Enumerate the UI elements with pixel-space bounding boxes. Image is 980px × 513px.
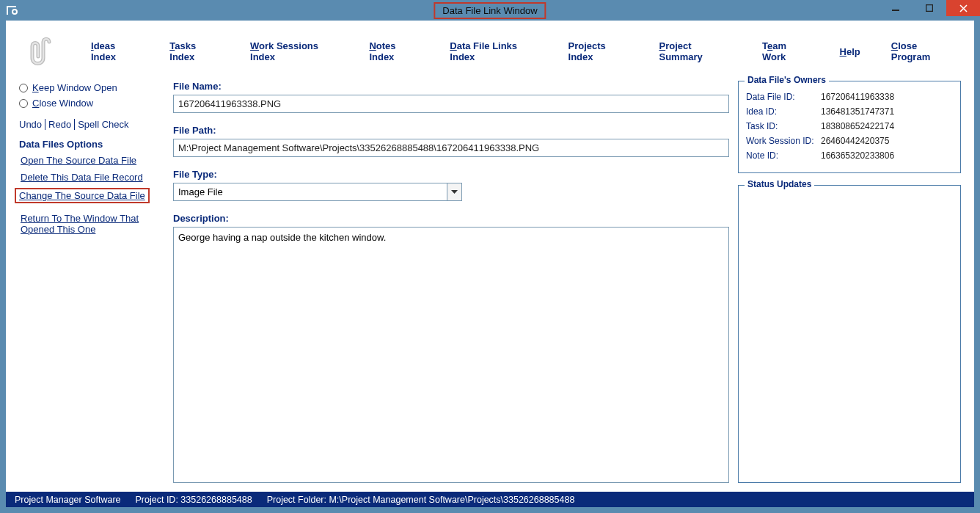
open-source-link[interactable]: Open The Source Data File: [19, 154, 164, 167]
paperclip-logo-icon: [23, 35, 60, 68]
description-label: Description:: [173, 213, 729, 224]
owner-row-work-session: Work Session ID: 26460442420375: [746, 136, 953, 146]
svg-rect-1: [892, 10, 899, 11]
nav-help[interactable]: Help: [840, 46, 860, 57]
window-title: Data File Link Window: [434, 2, 546, 19]
owner-val: 166365320233806: [821, 150, 894, 161]
svg-rect-2: [926, 5, 933, 12]
data-files-options-title: Data Files Options: [19, 139, 164, 150]
close-window-radio[interactable]: Close Window: [19, 98, 164, 109]
app-icon: [6, 4, 18, 16]
nav-work-sessions-index[interactable]: Work Sessions Index: [250, 40, 338, 62]
owner-val: 167206411963338: [821, 92, 894, 102]
main-form: File Name: File Path: File Type: Image F…: [173, 81, 729, 483]
nav-tasks-index[interactable]: Tasks Index: [169, 40, 219, 62]
owner-row-task: Task ID: 183808652422174: [746, 121, 953, 131]
file-path-input[interactable]: [173, 139, 729, 157]
maximize-button[interactable]: [913, 0, 946, 16]
undo-link[interactable]: Undo: [19, 119, 45, 130]
delete-record-link[interactable]: Delete This Data File Record: [19, 171, 164, 183]
file-name-input[interactable]: [173, 95, 729, 113]
sidebar: Keep Window Open Close Window UndoRedoSp…: [19, 81, 164, 483]
owner-val: 183808652422174: [821, 121, 894, 131]
nav-data-file-links-index[interactable]: Data File Links Index: [450, 40, 537, 62]
file-type-label: File Type:: [173, 169, 729, 180]
statusbar: Project Manager Software Project ID: 335…: [6, 492, 974, 507]
svg-point-0: [12, 10, 17, 14]
owner-key: Idea ID:: [746, 106, 821, 117]
owner-row-idea: Idea ID: 136481351747371: [746, 106, 953, 117]
owner-row-note: Note ID: 166365320233806: [746, 150, 953, 161]
file-type-select[interactable]: Image File: [173, 183, 462, 201]
minimize-button[interactable]: [879, 0, 913, 16]
spell-check-link[interactable]: Spell Check: [74, 119, 131, 130]
owner-val: 136481351747371: [821, 106, 894, 117]
change-source-link[interactable]: Change The Source Data File: [15, 188, 150, 203]
nav-project-summary[interactable]: Project Summary: [659, 40, 731, 62]
owner-key: Task ID:: [746, 121, 821, 131]
status-updates-groupbox: Status Updates: [738, 185, 961, 483]
owner-key: Note ID:: [746, 150, 821, 161]
owners-legend: Data File's Owners: [745, 75, 829, 85]
file-name-label: File Name:: [173, 81, 729, 92]
owner-key: Data File ID:: [746, 92, 821, 102]
nav-notes-index[interactable]: Notes Index: [369, 40, 419, 62]
owner-key: Work Session ID:: [746, 136, 821, 146]
radio-icon: [19, 99, 28, 108]
nav-projects-index[interactable]: Projects Index: [568, 40, 629, 62]
status-project-folder: Project Folder: M:\Project Management So…: [267, 495, 575, 505]
titlebar: Data File Link Window: [0, 0, 980, 21]
return-window-link[interactable]: Return To The Window That Opened This On…: [19, 212, 164, 236]
owner-val: 26460442420375: [821, 136, 889, 146]
keep-window-open-radio[interactable]: Keep Window Open: [19, 82, 164, 93]
file-path-label: File Path:: [173, 125, 729, 136]
nav-team-work[interactable]: Team Work: [762, 40, 809, 62]
close-button[interactable]: [946, 0, 980, 16]
window-controls: [879, 0, 980, 16]
nav-ideas-index[interactable]: Ideas Index: [91, 40, 139, 62]
right-column: Data File's Owners Data File ID: 1672064…: [738, 81, 961, 483]
description-textarea[interactable]: [173, 227, 729, 483]
owner-row-data-file: Data File ID: 167206411963338: [746, 92, 953, 102]
chevron-down-icon[interactable]: [447, 183, 461, 200]
status-updates-legend: Status Updates: [745, 179, 814, 189]
status-project-id: Project ID: 33526268885488: [136, 495, 252, 505]
owners-groupbox: Data File's Owners Data File ID: 1672064…: [738, 81, 961, 173]
navbar: Ideas Index Tasks Index Work Sessions In…: [6, 21, 974, 81]
file-type-value: Image File: [174, 183, 447, 200]
status-app-name: Project Manager Software: [15, 495, 121, 505]
radio-icon: [19, 84, 28, 92]
client-area: Ideas Index Tasks Index Work Sessions In…: [6, 21, 974, 492]
redo-link[interactable]: Redo: [45, 119, 74, 130]
nav-close-program[interactable]: Close Program: [891, 40, 954, 62]
edit-tools: UndoRedoSpell Check: [19, 119, 164, 130]
